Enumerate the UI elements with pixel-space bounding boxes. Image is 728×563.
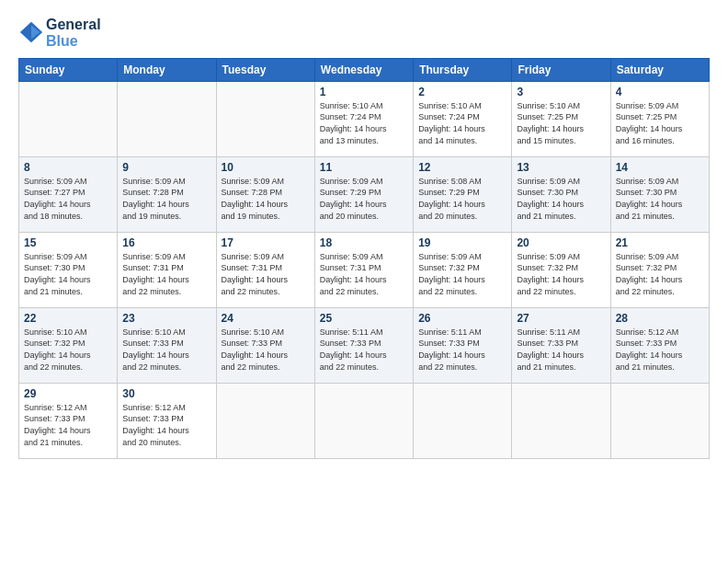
calendar-cell: 3Sunrise: 5:10 AMSunset: 7:25 PMDaylight… [512, 81, 610, 156]
calendar-cell: 19Sunrise: 5:09 AMSunset: 7:32 PMDayligh… [414, 232, 512, 307]
day-info: Sunrise: 5:10 AMSunset: 7:33 PMDaylight:… [222, 327, 310, 373]
day-number: 21 [616, 236, 704, 249]
day-info: Sunrise: 5:09 AMSunset: 7:32 PMDaylight:… [517, 251, 605, 297]
calendar-cell: 24Sunrise: 5:10 AMSunset: 7:33 PMDayligh… [216, 307, 314, 383]
calendar-cell: 18Sunrise: 5:09 AMSunset: 7:31 PMDayligh… [314, 232, 413, 307]
calendar-cell: 9Sunrise: 5:09 AMSunset: 7:28 PMDaylight… [118, 156, 216, 232]
day-number: 4 [616, 86, 704, 98]
day-number: 13 [517, 161, 605, 174]
day-number: 25 [320, 312, 408, 325]
week-row-1: 1Sunrise: 5:10 AMSunset: 7:24 PMDaylight… [19, 81, 710, 156]
calendar-cell: 11Sunrise: 5:09 AMSunset: 7:29 PMDayligh… [314, 156, 413, 232]
calendar-cell [216, 81, 314, 156]
calendar-cell: 4Sunrise: 5:09 AMSunset: 7:25 PMDaylight… [610, 81, 709, 156]
week-row-2: 8Sunrise: 5:09 AMSunset: 7:27 PMDaylight… [19, 156, 710, 232]
weekday-header-tuesday: Tuesday [216, 58, 314, 81]
calendar-cell: 17Sunrise: 5:09 AMSunset: 7:31 PMDayligh… [216, 232, 314, 307]
calendar-cell: 12Sunrise: 5:08 AMSunset: 7:29 PMDayligh… [414, 156, 512, 232]
calendar-cell [216, 383, 314, 458]
day-number: 20 [517, 236, 605, 249]
day-number: 26 [418, 312, 506, 325]
page: General Blue SundayMondayTuesdayWednesda… [0, 0, 728, 563]
day-number: 2 [418, 86, 506, 98]
calendar-cell: 8Sunrise: 5:09 AMSunset: 7:27 PMDaylight… [19, 156, 118, 232]
day-info: Sunrise: 5:12 AMSunset: 7:33 PMDaylight:… [616, 327, 704, 373]
day-number: 15 [24, 236, 112, 249]
day-info: Sunrise: 5:10 AMSunset: 7:25 PMDaylight:… [517, 100, 605, 146]
calendar-cell: 29Sunrise: 5:12 AMSunset: 7:33 PMDayligh… [19, 383, 118, 458]
day-number: 10 [222, 161, 310, 174]
day-info: Sunrise: 5:09 AMSunset: 7:31 PMDaylight:… [320, 251, 408, 297]
calendar-cell [414, 383, 512, 458]
day-number: 19 [418, 236, 506, 249]
day-info: Sunrise: 5:09 AMSunset: 7:25 PMDaylight:… [616, 100, 704, 146]
day-info: Sunrise: 5:09 AMSunset: 7:32 PMDaylight:… [616, 251, 704, 297]
day-info: Sunrise: 5:10 AMSunset: 7:33 PMDaylight:… [122, 327, 210, 373]
day-info: Sunrise: 5:09 AMSunset: 7:31 PMDaylight:… [222, 251, 310, 297]
calendar-cell: 23Sunrise: 5:10 AMSunset: 7:33 PMDayligh… [118, 307, 216, 383]
calendar-cell [314, 383, 413, 458]
day-number: 14 [616, 161, 704, 174]
calendar-cell [610, 383, 709, 458]
day-number: 22 [24, 312, 112, 325]
day-info: Sunrise: 5:10 AMSunset: 7:24 PMDaylight:… [418, 100, 506, 146]
day-info: Sunrise: 5:10 AMSunset: 7:32 PMDaylight:… [24, 327, 112, 373]
week-row-5: 29Sunrise: 5:12 AMSunset: 7:33 PMDayligh… [19, 383, 710, 458]
day-number: 18 [320, 236, 408, 249]
weekday-header-saturday: Saturday [610, 58, 709, 81]
day-info: Sunrise: 5:09 AMSunset: 7:27 PMDaylight:… [24, 176, 112, 222]
logo-text-general: General [46, 17, 101, 33]
weekday-header-thursday: Thursday [414, 58, 512, 81]
day-number: 3 [517, 86, 605, 98]
weekday-header-friday: Friday [512, 58, 610, 81]
day-number: 17 [222, 236, 310, 249]
day-info: Sunrise: 5:11 AMSunset: 7:33 PMDaylight:… [517, 327, 605, 373]
day-info: Sunrise: 5:09 AMSunset: 7:32 PMDaylight:… [418, 251, 506, 297]
calendar-cell: 22Sunrise: 5:10 AMSunset: 7:32 PMDayligh… [19, 307, 118, 383]
day-number: 28 [616, 312, 704, 325]
day-number: 30 [122, 387, 210, 400]
logo-text-blue: Blue [46, 33, 101, 50]
calendar-cell: 26Sunrise: 5:11 AMSunset: 7:33 PMDayligh… [414, 307, 512, 383]
calendar-cell: 30Sunrise: 5:12 AMSunset: 7:33 PMDayligh… [118, 383, 216, 458]
day-info: Sunrise: 5:09 AMSunset: 7:28 PMDaylight:… [222, 176, 310, 222]
weekday-header-wednesday: Wednesday [314, 58, 413, 81]
day-info: Sunrise: 5:09 AMSunset: 7:30 PMDaylight:… [24, 251, 112, 297]
calendar-cell [512, 383, 610, 458]
weekday-header-monday: Monday [118, 58, 216, 81]
day-info: Sunrise: 5:12 AMSunset: 7:33 PMDaylight:… [122, 402, 210, 448]
day-number: 8 [24, 161, 112, 174]
calendar-cell: 28Sunrise: 5:12 AMSunset: 7:33 PMDayligh… [610, 307, 709, 383]
calendar-cell: 14Sunrise: 5:09 AMSunset: 7:30 PMDayligh… [610, 156, 709, 232]
day-info: Sunrise: 5:11 AMSunset: 7:33 PMDaylight:… [320, 327, 408, 373]
calendar: SundayMondayTuesdayWednesdayThursdayFrid… [18, 58, 710, 459]
calendar-cell: 21Sunrise: 5:09 AMSunset: 7:32 PMDayligh… [610, 232, 709, 307]
calendar-cell: 10Sunrise: 5:09 AMSunset: 7:28 PMDayligh… [216, 156, 314, 232]
day-info: Sunrise: 5:08 AMSunset: 7:29 PMDaylight:… [418, 176, 506, 222]
calendar-cell: 27Sunrise: 5:11 AMSunset: 7:33 PMDayligh… [512, 307, 610, 383]
header: General Blue [18, 17, 710, 51]
calendar-cell: 20Sunrise: 5:09 AMSunset: 7:32 PMDayligh… [512, 232, 610, 307]
logo: General Blue [18, 17, 101, 51]
calendar-cell: 25Sunrise: 5:11 AMSunset: 7:33 PMDayligh… [314, 307, 413, 383]
calendar-cell: 1Sunrise: 5:10 AMSunset: 7:24 PMDaylight… [314, 81, 413, 156]
day-info: Sunrise: 5:11 AMSunset: 7:33 PMDaylight:… [418, 327, 506, 373]
calendar-cell: 16Sunrise: 5:09 AMSunset: 7:31 PMDayligh… [118, 232, 216, 307]
day-number: 12 [418, 161, 506, 174]
day-number: 1 [320, 86, 408, 98]
day-info: Sunrise: 5:10 AMSunset: 7:24 PMDaylight:… [320, 100, 408, 146]
day-info: Sunrise: 5:09 AMSunset: 7:28 PMDaylight:… [122, 176, 210, 222]
calendar-cell: 13Sunrise: 5:09 AMSunset: 7:30 PMDayligh… [512, 156, 610, 232]
day-info: Sunrise: 5:09 AMSunset: 7:31 PMDaylight:… [122, 251, 210, 297]
weekday-header-row: SundayMondayTuesdayWednesdayThursdayFrid… [19, 58, 710, 81]
day-number: 11 [320, 161, 408, 174]
week-row-4: 22Sunrise: 5:10 AMSunset: 7:32 PMDayligh… [19, 307, 710, 383]
day-number: 23 [122, 312, 210, 325]
day-number: 9 [122, 161, 210, 174]
day-number: 27 [517, 312, 605, 325]
calendar-cell: 15Sunrise: 5:09 AMSunset: 7:30 PMDayligh… [19, 232, 118, 307]
day-info: Sunrise: 5:09 AMSunset: 7:30 PMDaylight:… [616, 176, 704, 222]
day-number: 16 [122, 236, 210, 249]
calendar-cell [118, 81, 216, 156]
day-info: Sunrise: 5:12 AMSunset: 7:33 PMDaylight:… [24, 402, 112, 448]
